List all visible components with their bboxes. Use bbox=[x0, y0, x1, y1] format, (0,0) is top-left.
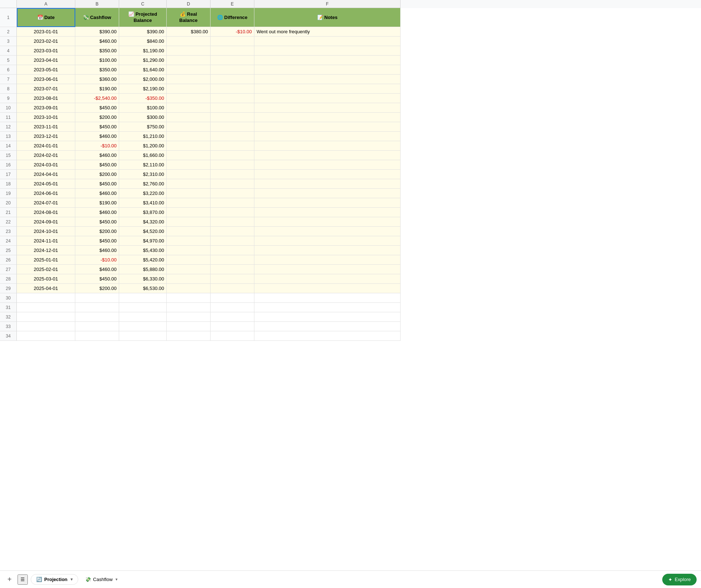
cell-real-balance-8[interactable] bbox=[167, 84, 211, 94]
cell-cashflow-30[interactable] bbox=[75, 293, 119, 303]
cell-real-balance-33[interactable] bbox=[167, 322, 211, 331]
cell-notes-7[interactable] bbox=[254, 75, 401, 84]
cell-difference-18[interactable] bbox=[211, 179, 254, 189]
cell-projected-balance-32[interactable] bbox=[119, 312, 167, 322]
cell-cashflow-32[interactable] bbox=[75, 312, 119, 322]
cell-real-balance-25[interactable] bbox=[167, 246, 211, 255]
cell-notes-22[interactable] bbox=[254, 217, 401, 227]
cell-date-14[interactable]: 2024-01-01 bbox=[17, 141, 75, 151]
cell-cashflow-20[interactable]: $190.00 bbox=[75, 198, 119, 208]
cell-projected-balance-16[interactable]: $2,110.00 bbox=[119, 160, 167, 170]
cell-date-20[interactable]: 2024-07-01 bbox=[17, 198, 75, 208]
cell-projected-balance-28[interactable]: $6,330.00 bbox=[119, 274, 167, 284]
cell-difference-10[interactable] bbox=[211, 103, 254, 113]
cell-real-balance-7[interactable] bbox=[167, 75, 211, 84]
cell-notes-30[interactable] bbox=[254, 293, 401, 303]
cell-real-balance-23[interactable] bbox=[167, 227, 211, 236]
cell-date-9[interactable]: 2023-08-01 bbox=[17, 94, 75, 103]
cell-projected-balance-2[interactable]: $390.00 bbox=[119, 27, 167, 37]
cell-cashflow-29[interactable]: $200.00 bbox=[75, 284, 119, 293]
cell-cashflow-16[interactable]: $450.00 bbox=[75, 160, 119, 170]
cell-notes-23[interactable] bbox=[254, 227, 401, 236]
cell-cashflow-2[interactable]: $390.00 bbox=[75, 27, 119, 37]
cell-projected-balance-30[interactable] bbox=[119, 293, 167, 303]
cell-difference-15[interactable] bbox=[211, 151, 254, 160]
cell-notes-31[interactable] bbox=[254, 303, 401, 312]
cell-difference-32[interactable] bbox=[211, 312, 254, 322]
cell-f1[interactable]: 📝 Notes bbox=[254, 8, 401, 27]
cell-real-balance-4[interactable] bbox=[167, 46, 211, 56]
cell-notes-3[interactable] bbox=[254, 37, 401, 46]
cell-difference-30[interactable] bbox=[211, 293, 254, 303]
cell-real-balance-6[interactable] bbox=[167, 65, 211, 75]
cell-notes-11[interactable] bbox=[254, 113, 401, 122]
cell-real-balance-13[interactable] bbox=[167, 132, 211, 141]
cell-cashflow-34[interactable] bbox=[75, 331, 119, 341]
sheet-tab-dropdown[interactable]: ▾ bbox=[115, 577, 118, 582]
cell-cashflow-22[interactable]: $450.00 bbox=[75, 217, 119, 227]
cell-date-27[interactable]: 2025-02-01 bbox=[17, 265, 75, 274]
cell-projected-balance-11[interactable]: $300.00 bbox=[119, 113, 167, 122]
cell-date-11[interactable]: 2023-10-01 bbox=[17, 113, 75, 122]
cell-cashflow-7[interactable]: $360.00 bbox=[75, 75, 119, 84]
col-header-b[interactable]: B bbox=[75, 0, 119, 8]
cell-notes-29[interactable] bbox=[254, 284, 401, 293]
cell-real-balance-32[interactable] bbox=[167, 312, 211, 322]
cell-notes-2[interactable]: Went out more frequently bbox=[254, 27, 401, 37]
cell-difference-13[interactable] bbox=[211, 132, 254, 141]
col-header-d[interactable]: D bbox=[167, 0, 211, 8]
cell-real-balance-17[interactable] bbox=[167, 170, 211, 179]
cell-notes-14[interactable] bbox=[254, 141, 401, 151]
sheet-tab-projection[interactable]: 🔄 Projection ▾ bbox=[31, 574, 78, 585]
cell-date-18[interactable]: 2024-05-01 bbox=[17, 179, 75, 189]
cell-real-balance-26[interactable] bbox=[167, 255, 211, 265]
cell-d1[interactable]: 💰 RealBalance bbox=[167, 8, 211, 27]
cell-a1[interactable]: 📅 Date bbox=[17, 8, 75, 27]
cell-projected-balance-7[interactable]: $2,000.00 bbox=[119, 75, 167, 84]
cell-notes-20[interactable] bbox=[254, 198, 401, 208]
cell-notes-26[interactable] bbox=[254, 255, 401, 265]
cell-projected-balance-31[interactable] bbox=[119, 303, 167, 312]
cell-real-balance-27[interactable] bbox=[167, 265, 211, 274]
sheet-tab-dropdown[interactable]: ▾ bbox=[71, 577, 73, 582]
cell-difference-21[interactable] bbox=[211, 208, 254, 217]
cell-cashflow-23[interactable]: $200.00 bbox=[75, 227, 119, 236]
cell-notes-10[interactable] bbox=[254, 103, 401, 113]
cell-notes-5[interactable] bbox=[254, 56, 401, 65]
cell-cashflow-6[interactable]: $350.00 bbox=[75, 65, 119, 75]
cell-projected-balance-9[interactable]: -$350.00 bbox=[119, 94, 167, 103]
cell-date-23[interactable]: 2024-10-01 bbox=[17, 227, 75, 236]
cell-difference-29[interactable] bbox=[211, 284, 254, 293]
cell-difference-14[interactable] bbox=[211, 141, 254, 151]
cell-real-balance-9[interactable] bbox=[167, 94, 211, 103]
cell-notes-34[interactable] bbox=[254, 331, 401, 341]
cell-notes-28[interactable] bbox=[254, 274, 401, 284]
cell-real-balance-14[interactable] bbox=[167, 141, 211, 151]
cell-notes-12[interactable] bbox=[254, 122, 401, 132]
cell-cashflow-31[interactable] bbox=[75, 303, 119, 312]
cell-cashflow-26[interactable]: -$10.00 bbox=[75, 255, 119, 265]
cell-projected-balance-13[interactable]: $1,210.00 bbox=[119, 132, 167, 141]
cell-difference-22[interactable] bbox=[211, 217, 254, 227]
cell-date-10[interactable]: 2023-09-01 bbox=[17, 103, 75, 113]
cell-cashflow-25[interactable]: $460.00 bbox=[75, 246, 119, 255]
col-header-e[interactable]: E bbox=[211, 0, 254, 8]
cell-projected-balance-14[interactable]: $1,200.00 bbox=[119, 141, 167, 151]
cell-difference-5[interactable] bbox=[211, 56, 254, 65]
cell-difference-33[interactable] bbox=[211, 322, 254, 331]
cell-projected-balance-4[interactable]: $1,190.00 bbox=[119, 46, 167, 56]
cell-difference-25[interactable] bbox=[211, 246, 254, 255]
cell-real-balance-11[interactable] bbox=[167, 113, 211, 122]
cell-date-26[interactable]: 2025-01-01 bbox=[17, 255, 75, 265]
cell-notes-19[interactable] bbox=[254, 189, 401, 198]
cell-difference-26[interactable] bbox=[211, 255, 254, 265]
cell-cashflow-24[interactable]: $450.00 bbox=[75, 236, 119, 246]
cell-difference-7[interactable] bbox=[211, 75, 254, 84]
cell-date-7[interactable]: 2023-06-01 bbox=[17, 75, 75, 84]
cell-cashflow-27[interactable]: $460.00 bbox=[75, 265, 119, 274]
cell-date-32[interactable] bbox=[17, 312, 75, 322]
cell-cashflow-5[interactable]: $100.00 bbox=[75, 56, 119, 65]
cell-difference-16[interactable] bbox=[211, 160, 254, 170]
cell-difference-6[interactable] bbox=[211, 65, 254, 75]
cell-projected-balance-29[interactable]: $6,530.00 bbox=[119, 284, 167, 293]
